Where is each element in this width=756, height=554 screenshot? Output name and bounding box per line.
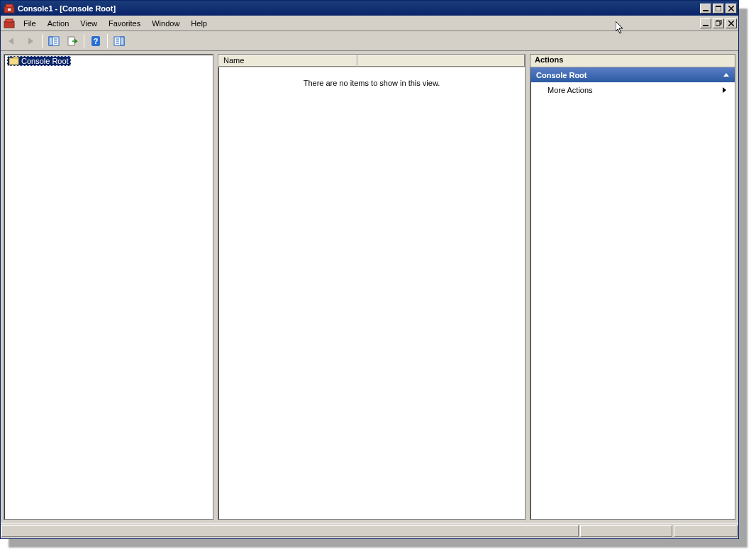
window-title: Console1 - [Console Root] — [18, 4, 696, 13]
scope-tree-panel[interactable]: Console Root — [4, 54, 213, 520]
mdi-minimize-button[interactable] — [700, 18, 711, 28]
menu-file[interactable]: File — [18, 18, 42, 29]
list-header: Name — [218, 55, 525, 67]
title-bar[interactable]: Console1 - [Console Root] — [1, 1, 738, 16]
menu-action[interactable]: Action — [42, 18, 75, 29]
svg-rect-1 — [6, 4, 13, 7]
actions-panel: Actions Console Root More Actions — [530, 54, 735, 520]
tree-node-console-root[interactable]: Console Root — [7, 56, 71, 66]
svg-rect-5 — [716, 6, 721, 7]
menu-bar: File Action View Favorites Window Help — [1, 16, 738, 31]
toolbar-separator — [84, 34, 84, 48]
mdi-child-icon[interactable] — [4, 18, 15, 29]
status-main — [1, 525, 579, 537]
more-actions-item[interactable]: More Actions — [530, 82, 735, 98]
status-pane-2 — [580, 525, 672, 537]
mmc-window: Console1 - [Console Root] File Action Vi… — [0, 0, 739, 539]
close-button[interactable] — [726, 4, 737, 13]
mdi-close-button[interactable] — [726, 18, 737, 28]
svg-rect-28 — [9, 58, 18, 65]
actions-section-label: Console Root — [536, 71, 587, 79]
export-list-button[interactable] — [64, 33, 81, 49]
status-bar — [1, 523, 738, 538]
toolbar-separator — [42, 34, 43, 48]
empty-list-message: There are no items to show in this view. — [304, 79, 440, 87]
svg-rect-10 — [703, 25, 708, 26]
workspace: Console Root Name There are no items to … — [1, 51, 738, 523]
maximize-button[interactable] — [713, 4, 724, 13]
back-button[interactable] — [4, 33, 21, 49]
more-actions-label: More Actions — [547, 86, 593, 94]
svg-rect-16 — [49, 37, 52, 45]
column-spacer[interactable] — [357, 55, 525, 67]
minimize-button[interactable] — [700, 4, 711, 13]
menu-view[interactable]: View — [74, 18, 103, 29]
collapse-icon — [723, 73, 729, 77]
menu-help[interactable]: Help — [185, 18, 213, 29]
list-body: There are no items to show in this view. — [218, 67, 525, 519]
show-hide-action-pane-button[interactable] — [111, 33, 128, 49]
toolbar-separator — [107, 34, 108, 48]
menu-window[interactable]: Window — [146, 18, 185, 29]
result-list-panel[interactable]: Name There are no items to show in this … — [218, 54, 526, 520]
actions-section-header[interactable]: Console Root — [530, 67, 735, 82]
svg-rect-9 — [6, 19, 13, 22]
status-grip — [674, 525, 738, 537]
actions-title: Actions — [530, 55, 735, 67]
svg-rect-2 — [8, 9, 11, 11]
column-name[interactable]: Name — [218, 55, 357, 67]
show-hide-tree-button[interactable] — [45, 33, 62, 49]
mdi-restore-button[interactable] — [713, 18, 724, 28]
menu-favorites[interactable]: Favorites — [103, 18, 146, 29]
svg-text:?: ? — [94, 37, 99, 45]
app-icon — [4, 3, 15, 14]
svg-rect-12 — [716, 21, 720, 26]
folder-icon — [9, 57, 19, 65]
forward-button[interactable] — [22, 33, 39, 49]
submenu-arrow-icon — [723, 87, 726, 93]
help-button[interactable]: ? — [87, 33, 104, 49]
toolbar: ? — [1, 31, 738, 51]
svg-rect-3 — [703, 10, 708, 11]
tree-node-label: Console Root — [21, 57, 69, 65]
svg-rect-24 — [121, 37, 124, 45]
